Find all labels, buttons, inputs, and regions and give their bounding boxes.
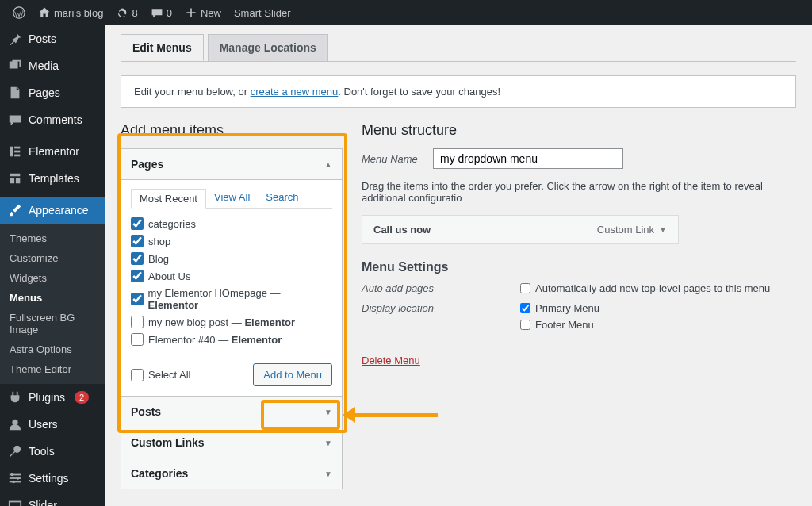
comments-count: 0 — [167, 7, 172, 19]
page-item-checkbox[interactable] — [131, 235, 144, 247]
svg-point-5 — [12, 420, 17, 425]
page-item[interactable]: About Us — [131, 267, 329, 285]
plus-icon — [185, 6, 197, 19]
accordion-custom-links: Custom Links ▼ — [121, 427, 343, 458]
submenu-themes[interactable]: Themes — [0, 228, 105, 248]
page-item-checkbox[interactable] — [131, 316, 144, 328]
site-name-link[interactable]: mari's blog — [32, 0, 109, 25]
refresh-icon — [116, 6, 128, 19]
site-name: mari's blog — [54, 7, 103, 19]
updates-count: 8 — [132, 7, 137, 19]
svg-point-11 — [12, 481, 15, 484]
accordion-pages: Pages ▲ Most Recent View All Search cate… — [121, 148, 343, 397]
pages-checklist[interactable]: categoriesshopBlogAbout Usmy Elementor H… — [131, 215, 332, 348]
tab-edit-menus[interactable]: Edit Menus — [121, 34, 204, 61]
new-content-link[interactable]: New — [178, 0, 228, 25]
nav-tabs: Edit Menus Manage Locations — [121, 34, 796, 62]
smart-slider-link[interactable]: Smart Slider — [228, 0, 297, 25]
chevron-down-icon[interactable]: ▼ — [659, 225, 667, 234]
sidebar-item-users[interactable]: Users — [0, 411, 105, 438]
menu-name-row: Menu Name — [362, 148, 796, 169]
media-icon — [8, 59, 22, 73]
page-item-label: categories — [148, 218, 196, 230]
accordion-categories-header[interactable]: Categories ▼ — [121, 458, 342, 489]
plugins-badge: 2 — [75, 391, 89, 404]
subtab-search[interactable]: Search — [258, 188, 306, 208]
accordion-posts: Posts ▼ — [121, 396, 343, 427]
page-item-checkbox[interactable] — [131, 217, 144, 230]
sidebar-item-tools[interactable]: Tools — [0, 438, 105, 465]
page-item-checkbox[interactable] — [131, 270, 144, 282]
page-item[interactable]: categories — [131, 215, 329, 232]
users-icon — [8, 417, 22, 431]
accordion-posts-header[interactable]: Posts ▼ — [121, 397, 342, 427]
elementor-icon — [8, 144, 22, 159]
select-all-checkbox[interactable] — [131, 369, 144, 381]
primary-menu-checkbox[interactable] — [520, 303, 530, 313]
edit-menu-notice: Edit your menu below, or create a new me… — [121, 75, 796, 108]
new-label: New — [201, 7, 221, 19]
comments-icon — [8, 113, 22, 127]
page-item-label: shop — [148, 236, 170, 247]
display-location-row: Display location Primary Menu Footer Men… — [362, 302, 796, 331]
sidebar-item-posts[interactable]: Posts — [0, 25, 105, 52]
sidebar-item-media[interactable]: Media — [0, 52, 105, 79]
tab-manage-locations[interactable]: Manage Locations — [208, 34, 328, 61]
sidebar-item-settings[interactable]: Settings — [0, 465, 105, 492]
svg-point-10 — [17, 477, 20, 480]
page-item-checkbox[interactable] — [131, 252, 144, 265]
svg-rect-3 — [14, 151, 20, 153]
svg-rect-2 — [14, 147, 20, 149]
page-item-label: my new blog post — Elementor — [148, 316, 295, 328]
sidebar-item-templates[interactable]: Templates — [0, 165, 105, 192]
comments-link[interactable]: 0 — [144, 0, 178, 25]
subtab-most-recent[interactable]: Most Recent — [131, 189, 206, 209]
submenu-fullscreen-bg[interactable]: Fullscreen BG Image — [0, 308, 105, 339]
auto-add-pages-row: Auto add pages Automatically add new top… — [362, 282, 796, 294]
updates-link[interactable]: 8 — [109, 0, 144, 25]
sidebar-item-pages[interactable]: Pages — [0, 79, 105, 106]
page-item-checkbox[interactable] — [131, 293, 144, 305]
delete-menu-link[interactable]: Delete Menu — [362, 355, 420, 366]
footer-menu-checkbox[interactable] — [520, 320, 530, 330]
menu-name-input[interactable] — [433, 148, 623, 169]
footer-menu-option[interactable]: Footer Menu — [520, 319, 599, 331]
add-to-menu-button[interactable]: Add to Menu — [253, 363, 332, 386]
appearance-submenu: Themes Customize Widgets Menus Fullscree… — [0, 224, 105, 384]
page-item[interactable]: my Elementor HOmepage — Elementor — [131, 285, 329, 313]
tools-icon — [8, 444, 22, 458]
comment-icon — [151, 6, 163, 19]
primary-menu-option[interactable]: Primary Menu — [520, 302, 599, 314]
subtab-view-all[interactable]: View All — [206, 188, 258, 208]
page-icon — [8, 86, 22, 100]
page-item[interactable]: shop — [131, 232, 329, 250]
plugin-icon — [8, 390, 22, 404]
menu-item-call-us-now[interactable]: Call us now Custom Link ▼ — [362, 215, 679, 244]
page-item[interactable]: Elementor #40 — Elementor — [131, 331, 329, 348]
submenu-widgets[interactable]: Widgets — [0, 268, 105, 288]
page-item-label: Elementor #40 — Elementor — [148, 334, 282, 346]
page-item[interactable]: my new blog post — Elementor — [131, 313, 329, 331]
sidebar-item-comments[interactable]: Comments — [0, 106, 105, 133]
page-item-checkbox[interactable] — [131, 333, 144, 346]
sidebar-item-appearance[interactable]: Appearance — [0, 197, 105, 224]
svg-point-9 — [11, 473, 14, 477]
submenu-theme-editor[interactable]: Theme Editor — [0, 359, 105, 379]
sidebar-item-plugins[interactable]: Plugins 2 — [0, 384, 105, 411]
auto-add-checkbox[interactable] — [520, 283, 530, 293]
page-item[interactable]: Blog — [131, 250, 329, 267]
select-all-row[interactable]: Select All — [131, 366, 190, 384]
accordion-pages-header[interactable]: Pages ▲ — [121, 149, 342, 179]
submenu-menus[interactable]: Menus — [0, 288, 105, 308]
chevron-down-icon: ▼ — [324, 408, 332, 416]
chevron-down-icon: ▼ — [324, 470, 332, 478]
wordpress-logo[interactable] — [6, 0, 32, 25]
auto-add-option[interactable]: Automatically add new top-level pages to… — [520, 282, 770, 294]
pages-subtabs: Most Recent View All Search — [131, 188, 332, 209]
create-new-menu-link[interactable]: create a new menu — [251, 86, 339, 98]
submenu-customize[interactable]: Customize — [0, 248, 105, 268]
sidebar-item-slider[interactable]: Slider — [0, 492, 105, 506]
submenu-astra-options[interactable]: Astra Options — [0, 339, 105, 359]
sidebar-item-elementor[interactable]: Elementor — [0, 138, 105, 165]
accordion-custom-links-header[interactable]: Custom Links ▼ — [121, 427, 342, 458]
